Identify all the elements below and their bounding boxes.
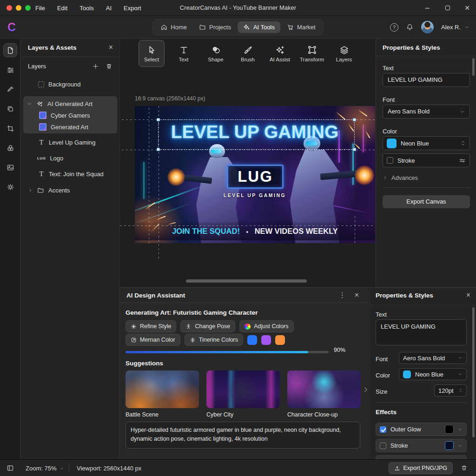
layer-row-level-up-gaming[interactable]: T Level Up Gaming (38, 137, 95, 148)
app-logo[interactable]: C (7, 20, 16, 34)
suggestion-cyber-city[interactable] (206, 370, 280, 408)
suggestion-battle-scene[interactable] (126, 370, 199, 408)
tab-home[interactable]: Home (155, 21, 192, 33)
canvas-horizontal-scrollbar[interactable] (186, 279, 307, 283)
settings-tool-button[interactable] (3, 180, 17, 194)
tab-projects[interactable]: Projects (193, 21, 237, 33)
menu-ai[interactable]: AI (106, 5, 112, 12)
font-select[interactable]: Aero Sans Bold (383, 105, 470, 119)
panel-scrollbar[interactable] (472, 58, 475, 76)
export-png-jpg-button[interactable]: Export PNG/JPG (389, 462, 453, 474)
tinerine-colors-button[interactable]: Tinerine Colors (185, 334, 243, 346)
blend-tool-button[interactable] (3, 141, 17, 155)
stroke-settings-icon[interactable] (459, 157, 466, 164)
stroke-effect-checkbox[interactable] (380, 443, 386, 449)
selection-box[interactable] (158, 119, 355, 150)
prompt-textarea[interactable]: Hyper-detailed futuristic armored gamer … (126, 422, 360, 449)
duplicate-tool-button[interactable] (3, 102, 17, 116)
neon-blue-swatch[interactable] (387, 139, 397, 148)
delete-layer-icon[interactable] (106, 63, 112, 70)
blue-swatch[interactable] (247, 335, 257, 345)
stroke-row[interactable]: Stroke (383, 153, 470, 167)
close-button[interactable]: ✕ (464, 0, 470, 16)
color-select[interactable]: Neon Blue (383, 136, 470, 150)
layer-row-text-join-the-squad[interactable]: T Text: Join the Squad (38, 168, 104, 179)
chevron-down-icon (458, 372, 463, 377)
export-canvas-button[interactable]: Export Canvas (383, 195, 470, 208)
stepper-arrows-icon[interactable] (458, 387, 463, 394)
eyedropper-tool-button[interactable] (3, 82, 17, 96)
layer-row-ai-generated-art[interactable]: AI Generated Art (27, 98, 93, 109)
outer-glow-color-swatch[interactable] (445, 425, 454, 434)
chevron-right-icon[interactable] (28, 188, 33, 193)
outer-glow-effect-row[interactable]: Outer Glow (376, 423, 467, 436)
outer-glow-checkbox[interactable] (380, 426, 386, 433)
text-value-textarea[interactable]: LEVEL UP GAMING (376, 319, 467, 345)
menu-edit[interactable]: Edit (57, 5, 67, 12)
add-layer-icon[interactable] (92, 63, 99, 70)
layers-tool[interactable]: Layers (331, 40, 357, 67)
select-tool[interactable]: Select (139, 40, 165, 67)
layer-row-generated-art[interactable]: Generated Art (39, 121, 88, 132)
trash-icon[interactable] (461, 464, 468, 471)
chevron-down-icon[interactable] (464, 25, 469, 30)
menu-file[interactable]: File (35, 5, 45, 12)
brush-tool[interactable]: Brush (235, 40, 261, 67)
bell-icon[interactable] (406, 23, 414, 31)
suggestion-character-close-up[interactable] (287, 370, 361, 408)
crop-tool-button[interactable] (3, 121, 17, 135)
image-tool-button[interactable] (3, 160, 17, 174)
status-divider (69, 463, 69, 473)
design-canvas[interactable]: LEVEL UP GAMING LUG LEVEL UP GAMING JOIN… (135, 106, 375, 243)
mernan-color-button[interactable]: Mernan Color (126, 334, 180, 346)
font-select[interactable]: Aero Sans Bold (399, 352, 467, 364)
close-assistant-icon[interactable]: × (355, 291, 359, 299)
zoom-control[interactable]: Zoom: 75% (26, 465, 64, 472)
stroke-effect-row[interactable]: Stroke (376, 439, 467, 452)
layer-row-background[interactable]: Background (38, 79, 80, 90)
transform-tool[interactable]: Transform (299, 40, 325, 67)
ai-assist-tool[interactable]: AI Assist (267, 40, 293, 67)
shape-tool[interactable]: Shape (203, 40, 229, 67)
tab-market[interactable]: Market (281, 21, 321, 33)
chevron-down-icon[interactable] (27, 101, 32, 106)
minimize-button[interactable]: – (425, 0, 430, 16)
panel-scrollbar[interactable] (472, 307, 475, 437)
neon-blue-swatch[interactable] (403, 370, 411, 378)
stroke-color-swatch[interactable] (445, 441, 454, 450)
menu-export[interactable]: Export (124, 5, 141, 12)
suggestions-next-icon[interactable] (363, 386, 369, 393)
layer-row-logo[interactable]: LUG Logo (37, 152, 63, 164)
close-traffic-light[interactable] (7, 5, 12, 11)
menu-tools[interactable]: Tools (79, 5, 93, 12)
refine-style-button[interactable]: Refine Style (126, 320, 176, 332)
font-select-value: Aero Sans Bold (388, 105, 430, 118)
text-value-input[interactable]: LEVEL UP GAMING (383, 73, 470, 87)
text-tool[interactable]: Text (171, 40, 197, 67)
advanced-section-toggle[interactable]: Advances (383, 174, 418, 181)
spinner-icon[interactable] (460, 140, 466, 146)
pages-tool-button[interactable] (3, 43, 17, 57)
tab-ai-tools[interactable]: AI Tools (238, 21, 280, 33)
maximize-button[interactable] (445, 0, 450, 16)
adjustments-tool-button[interactable] (3, 63, 17, 77)
kebab-menu-icon[interactable]: ⋮ (339, 291, 346, 299)
purple-swatch[interactable] (261, 335, 271, 345)
user-avatar[interactable] (421, 21, 434, 33)
close-layers-panel-icon[interactable]: × (109, 44, 113, 51)
size-stepper[interactable]: 120pt (434, 384, 467, 397)
close-properties-icon[interactable]: × (466, 291, 470, 299)
layer-row-accents[interactable]: Accents (28, 185, 70, 196)
orange-swatch[interactable] (275, 335, 285, 345)
help-icon[interactable]: ? (390, 23, 398, 32)
banner-footer[interactable]: JOIN THE SQUAD! • NEW VIDEOS WEEKLY (135, 222, 375, 240)
layer-row-cyber-gamers[interactable]: Cyber Gamers (39, 110, 90, 121)
adjust-colors-button[interactable]: Adjust Colors (239, 320, 293, 332)
toggle-sidebar-icon[interactable] (7, 464, 14, 472)
stroke-checkbox[interactable] (387, 157, 393, 164)
change-pose-button[interactable]: Change Pose (180, 320, 235, 332)
maximize-traffic-light[interactable] (25, 5, 31, 11)
color-select[interactable]: Neon Blue (399, 368, 467, 380)
lug-logo[interactable]: LUG (227, 165, 284, 189)
minimize-traffic-light[interactable] (16, 5, 21, 11)
